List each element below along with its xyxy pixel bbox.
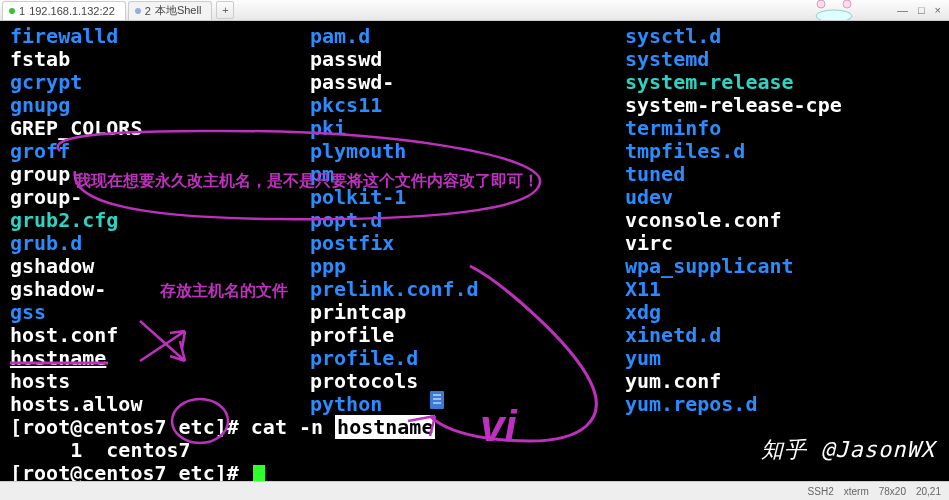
ls-entry: group bbox=[10, 163, 310, 186]
ls-entry: yum.repos.d bbox=[625, 393, 939, 416]
ls-entry: gnupg bbox=[10, 94, 310, 117]
close-button[interactable]: × bbox=[935, 4, 941, 16]
svg-point-0 bbox=[816, 10, 852, 20]
status-bar: SSH2 xterm 78x20 20,21 bbox=[0, 481, 949, 500]
cursor-icon bbox=[253, 465, 265, 481]
ls-entry: grub.d bbox=[10, 232, 310, 255]
ls-entry: postfix bbox=[310, 232, 625, 255]
svg-point-1 bbox=[817, 0, 825, 8]
ls-entry: pki bbox=[310, 117, 625, 140]
ls-entry: passwd bbox=[310, 48, 625, 71]
ls-entry: protocols bbox=[310, 370, 625, 393]
mascot-icon bbox=[799, 0, 869, 20]
tab-label: 192.168.1.132:22 bbox=[29, 5, 115, 17]
status-term: xterm bbox=[844, 486, 869, 497]
ls-entry: yum.conf bbox=[625, 370, 939, 393]
ls-entry: wpa_supplicant bbox=[625, 255, 939, 278]
ls-output: firewalld fstab gcrypt gnupg GREP_COLORS… bbox=[0, 21, 949, 416]
ls-entry: fstab bbox=[10, 48, 310, 71]
ls-entry: popt.d bbox=[310, 209, 625, 232]
ls-entry: pm bbox=[310, 163, 625, 186]
ls-entry: plymouth bbox=[310, 140, 625, 163]
ls-entry: ppp bbox=[310, 255, 625, 278]
ls-entry: systemd bbox=[625, 48, 939, 71]
ls-entry: gcrypt bbox=[10, 71, 310, 94]
ls-entry: printcap bbox=[310, 301, 625, 324]
maximize-button[interactable]: □ bbox=[918, 4, 925, 16]
ls-entry: profile bbox=[310, 324, 625, 347]
ls-entry: polkit-1 bbox=[310, 186, 625, 209]
ls-entry: gshadow bbox=[10, 255, 310, 278]
status-dot-icon bbox=[9, 8, 15, 14]
ls-column-1: firewalld fstab gcrypt gnupg GREP_COLORS… bbox=[10, 25, 310, 416]
ls-entry: system-release bbox=[625, 71, 939, 94]
ls-entry: vconsole.conf bbox=[625, 209, 939, 232]
ls-entry: passwd- bbox=[310, 71, 625, 94]
ls-entry: pam.d bbox=[310, 25, 625, 48]
ls-entry: groff bbox=[10, 140, 310, 163]
tab-local-shell[interactable]: 2 本地Shell bbox=[128, 1, 213, 20]
minimize-button[interactable]: — bbox=[897, 4, 908, 16]
ls-entry: xinetd.d bbox=[625, 324, 939, 347]
ls-entry: GREP_COLORS bbox=[10, 117, 310, 140]
ls-entry: yum bbox=[625, 347, 939, 370]
ls-column-2: pam.d passwd passwd- pkcs11 pki plymouth… bbox=[310, 25, 625, 416]
watermark: 知乎 @JasonWX bbox=[761, 438, 935, 461]
ls-entry: gshadow- bbox=[10, 278, 310, 301]
tab-label: 本地Shell bbox=[155, 3, 201, 18]
status-size: 78x20 bbox=[879, 486, 906, 497]
ls-entry: gss bbox=[10, 301, 310, 324]
ls-entry: grub2.cfg bbox=[10, 209, 310, 232]
tab-index: 1 bbox=[19, 5, 25, 17]
ls-entry: prelink.conf.d bbox=[310, 278, 625, 301]
prompt-line-1: [root@centos7 etc]# cat -n hostname bbox=[0, 416, 949, 439]
ls-entry: tmpfiles.d bbox=[625, 140, 939, 163]
ls-entry: system-release-cpe bbox=[625, 94, 939, 117]
ls-entry: X11 bbox=[625, 278, 939, 301]
ls-entry: python bbox=[310, 393, 625, 416]
ls-entry: terminfo bbox=[625, 117, 939, 140]
add-tab-button[interactable]: + bbox=[216, 1, 234, 19]
ls-entry: udev bbox=[625, 186, 939, 209]
status-dot-icon bbox=[135, 8, 141, 14]
window-titlebar: 1 192.168.1.132:22 2 本地Shell + — □ × bbox=[0, 0, 949, 21]
window-controls: — □ × bbox=[897, 4, 949, 16]
ls-entry: pkcs11 bbox=[310, 94, 625, 117]
ls-entry: sysctl.d bbox=[625, 25, 939, 48]
ls-entry: hosts bbox=[10, 370, 310, 393]
ls-entry: profile.d bbox=[310, 347, 625, 370]
ls-entry: xdg bbox=[625, 301, 939, 324]
highlighted-arg: hostname bbox=[335, 415, 435, 439]
ls-entry-hostname: hostname bbox=[10, 347, 310, 370]
ls-entry: hosts.allow bbox=[10, 393, 310, 416]
svg-point-2 bbox=[843, 0, 851, 8]
ls-entry: host.conf bbox=[10, 324, 310, 347]
ls-column-3: sysctl.d systemd system-release system-r… bbox=[625, 25, 939, 416]
status-pos: 20,21 bbox=[916, 486, 941, 497]
tab-index: 2 bbox=[145, 5, 151, 17]
status-ssh: SSH2 bbox=[808, 486, 834, 497]
ls-entry: firewalld bbox=[10, 25, 310, 48]
terminal[interactable]: firewalld fstab gcrypt gnupg GREP_COLORS… bbox=[0, 21, 949, 481]
ls-entry: group- bbox=[10, 186, 310, 209]
tab-ssh[interactable]: 1 192.168.1.132:22 bbox=[2, 1, 126, 20]
prompt-line-2: [root@centos7 etc]# bbox=[0, 462, 949, 481]
ls-entry: tuned bbox=[625, 163, 939, 186]
ls-entry: virc bbox=[625, 232, 939, 255]
